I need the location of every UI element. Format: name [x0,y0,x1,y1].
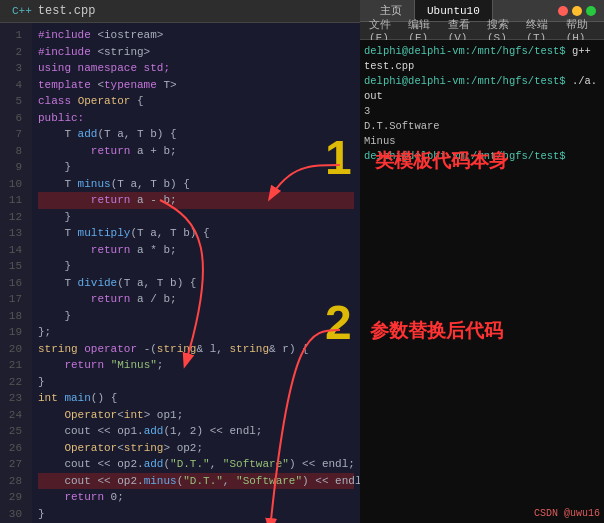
close-button[interactable] [558,6,568,16]
line-number: 4 [0,77,28,94]
terminal-line: 3 [364,104,600,119]
code-token: T> [157,79,177,91]
code-token: (T a, T b) { [130,227,209,239]
line-number: 24 [0,407,28,424]
code-token: cout << op2. [38,458,144,470]
code-line: } [38,258,354,275]
code-line: class Operator { [38,93,354,110]
code-token: template [38,79,91,91]
code-token: <iostream> [91,29,164,41]
code-token: #include [38,46,91,58]
code-line: Operator<int> op1; [38,407,354,424]
code-token: return [38,145,130,157]
code-line: cout << op2.minus("D.T.", "Software") <<… [38,473,354,490]
code-token: T [38,277,78,289]
line-number: 18 [0,308,28,325]
terminal-body[interactable]: delphi@delphi-vm:/mnt/hgfs/test$ g++ tes… [360,40,604,523]
code-editor: C++ test.cpp 123456789101112131415161718… [0,0,360,523]
line-number: 12 [0,209,28,226]
line-number: 30 [0,506,28,523]
terminal-menubar: 文件(F)编辑(E)查看(V)搜索(S)终端(T)帮助(H) [360,22,604,40]
line-number: 28 [0,473,28,490]
code-token: multiply [78,227,131,239]
code-line: return a * b; [38,242,354,259]
code-token: ; [157,359,164,371]
code-line: } [38,374,354,391]
code-line: #include <string> [38,44,354,61]
code-token: string [229,343,269,355]
line-number: 29 [0,489,28,506]
code-token: return [38,194,130,206]
code-line: } [38,209,354,226]
line-number: 10 [0,176,28,193]
code-line: string operator -(string& l, string& r) … [38,341,354,358]
code-token: string [124,442,164,454]
code-token: T [38,128,78,140]
code-token: minus [144,475,177,487]
terminal-line: Minus [364,134,600,149]
line-number: 9 [0,159,28,176]
editor-tab[interactable]: C++ test.cpp [0,0,360,23]
code-token: < [117,409,124,421]
line-number: 11 [0,192,28,209]
code-token: class [38,95,71,107]
line-number: 13 [0,225,28,242]
maximize-button[interactable] [586,6,596,16]
code-line: cout << op2.add("D.T.", "Software") << e… [38,456,354,473]
code-token: divide [78,277,118,289]
terminal-line: delphi@delphi-vm:/mnt/hgfs/test$ g++ tes… [364,44,600,74]
code-token: add [144,458,164,470]
terminal-prompt: delphi@delphi-vm:/mnt/hgfs/test$ [364,75,566,87]
code-token: } [38,376,45,388]
code-line: T add(T a, T b) { [38,126,354,143]
code-token: cout << op2. [38,475,144,487]
code-token: } [38,260,71,272]
code-token: add [78,128,98,140]
code-token: ) << endl; [289,458,355,470]
code-token: 0; [104,491,124,503]
minimize-button[interactable] [572,6,582,16]
code-line: Operator<string> op2; [38,440,354,457]
code-token: a [130,194,150,206]
code-line: T minus(T a, T b) { [38,176,354,193]
code-token: } [38,161,71,173]
code-line: T divide(T a, T b) { [38,275,354,292]
code-token: (T a, T b) { [111,178,190,190]
code-token: } [38,508,45,520]
code-token [104,359,111,371]
code-line: template <typename T> [38,77,354,94]
code-line: } [38,308,354,325]
code-token: a / b; [130,293,176,305]
code-token: - b; [150,194,176,206]
code-token: return [38,244,130,256]
line-number: 22 [0,374,28,391]
code-token: > op1; [144,409,184,421]
code-token: cout << op1. [38,425,144,437]
code-token: string [157,343,197,355]
window-controls [558,6,596,16]
code-token: } [38,310,71,322]
code-token: "D.T." [183,475,223,487]
code-line: T multiply(T a, T b) { [38,225,354,242]
code-token: string [38,343,78,355]
code-token: < [117,442,124,454]
code-token: int [124,409,144,421]
code-content: #include <iostream>#include <string>usin… [32,23,360,523]
line-number: 8 [0,143,28,160]
code-token: (T a, T b) { [97,128,176,140]
line-number: 1 [0,27,28,44]
code-token: (T a, T b) { [117,277,196,289]
code-line: return a + b; [38,143,354,160]
tab-main-label: 主页 [380,3,402,18]
code-token: minus [78,178,111,190]
code-line: return 0; [38,489,354,506]
line-number: 19 [0,324,28,341]
code-token: -( [137,343,157,355]
line-number: 20 [0,341,28,358]
code-token: () { [91,392,117,404]
line-number: 3 [0,60,28,77]
terminal-panel: 主页 Ubuntu10 文件(F)编辑(E)查看(V)搜索(S)终端(T)帮助(… [360,0,604,523]
code-line: return a - b; [38,192,354,209]
code-line: return "Minus"; [38,357,354,374]
code-token: "D.T." [170,458,210,470]
